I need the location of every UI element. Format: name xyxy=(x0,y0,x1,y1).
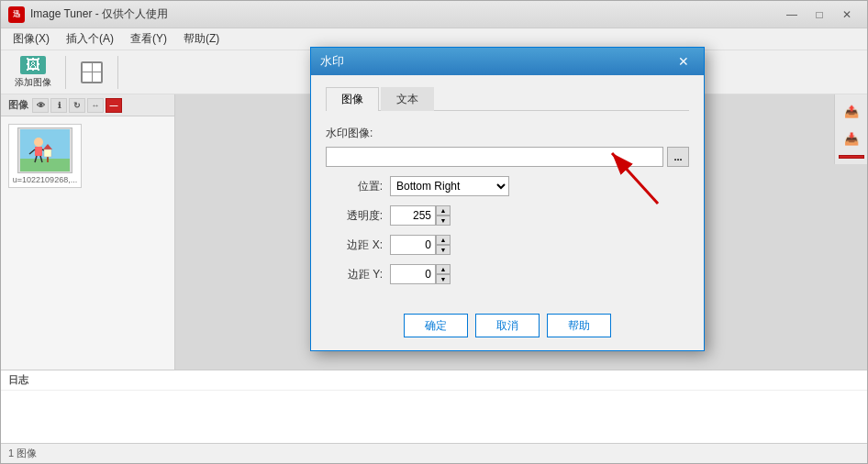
dialog-overlay: 水印 ✕ 图像 文本 水印图像: ... xyxy=(1,1,867,463)
watermark-dialog: 水印 ✕ 图像 文本 水印图像: ... xyxy=(310,47,705,351)
transparency-control-wrap: ▲ ▼ xyxy=(390,205,689,226)
margin-x-down-button[interactable]: ▼ xyxy=(436,245,451,255)
margin-x-spinner: ▲ ▼ xyxy=(390,235,451,255)
margin-y-spinner: ▲ ▼ xyxy=(390,264,451,284)
margin-y-up-button[interactable]: ▲ xyxy=(436,264,451,274)
margin-y-spinner-buttons: ▲ ▼ xyxy=(436,264,451,284)
dialog-title: 水印 xyxy=(320,53,673,70)
image-input-wrap: ... xyxy=(326,147,689,167)
margin-y-label: 边距 Y: xyxy=(326,267,390,282)
transparency-up-button[interactable]: ▲ xyxy=(436,205,451,215)
dialog-close-button[interactable]: ✕ xyxy=(673,51,695,72)
transparency-label: 透明度: xyxy=(326,208,390,224)
margin-y-row: 边距 Y: ▲ ▼ xyxy=(326,264,689,284)
position-select[interactable]: Bottom Right Bottom Left Top Right Top L… xyxy=(390,176,509,196)
transparency-row: 透明度: ▲ ▼ xyxy=(326,205,689,226)
watermark-image-row: ... xyxy=(326,147,689,167)
dialog-footer: 确定 取消 帮助 xyxy=(311,304,704,350)
position-control-wrap: Bottom Right Bottom Left Top Right Top L… xyxy=(390,176,689,196)
tab-text[interactable]: 文本 xyxy=(381,87,434,111)
main-window: 迅 Image Tuner - 仅供个人使用 — □ ✕ 图像(X) 插入个(A… xyxy=(0,0,868,464)
position-label: 位置: xyxy=(326,179,390,194)
margin-y-control-wrap: ▲ ▼ xyxy=(390,264,689,284)
margin-x-row: 边距 X: ▲ ▼ xyxy=(326,235,689,255)
dialog-body: 图像 文本 水印图像: ... 位置: xyxy=(311,75,704,304)
cancel-button[interactable]: 取消 xyxy=(475,314,540,337)
margin-y-input[interactable] xyxy=(390,264,436,284)
margin-x-spinner-buttons: ▲ ▼ xyxy=(436,235,451,255)
transparency-down-button[interactable]: ▼ xyxy=(436,215,451,226)
browse-button[interactable]: ... xyxy=(667,147,689,167)
watermark-image-label: 水印图像: xyxy=(326,127,373,139)
transparency-input[interactable] xyxy=(390,205,436,226)
margin-x-control-wrap: ▲ ▼ xyxy=(390,235,689,255)
dialog-title-bar: 水印 ✕ xyxy=(311,48,704,75)
margin-x-input[interactable] xyxy=(390,235,436,255)
margin-y-down-button[interactable]: ▼ xyxy=(436,274,451,284)
transparency-spinner: ▲ ▼ xyxy=(390,205,451,226)
dialog-tabs: 图像 文本 xyxy=(326,86,689,111)
watermark-image-label-row: 水印图像: xyxy=(326,126,689,141)
help-button[interactable]: 帮助 xyxy=(547,314,611,337)
tab-image[interactable]: 图像 xyxy=(326,87,379,111)
ok-button[interactable]: 确定 xyxy=(404,314,468,337)
transparency-spinner-buttons: ▲ ▼ xyxy=(436,205,451,226)
margin-x-label: 边距 X: xyxy=(326,238,390,253)
position-row: 位置: Bottom Right Bottom Left Top Right T… xyxy=(326,176,689,196)
margin-x-up-button[interactable]: ▲ xyxy=(436,235,451,245)
watermark-image-input[interactable] xyxy=(326,147,663,167)
